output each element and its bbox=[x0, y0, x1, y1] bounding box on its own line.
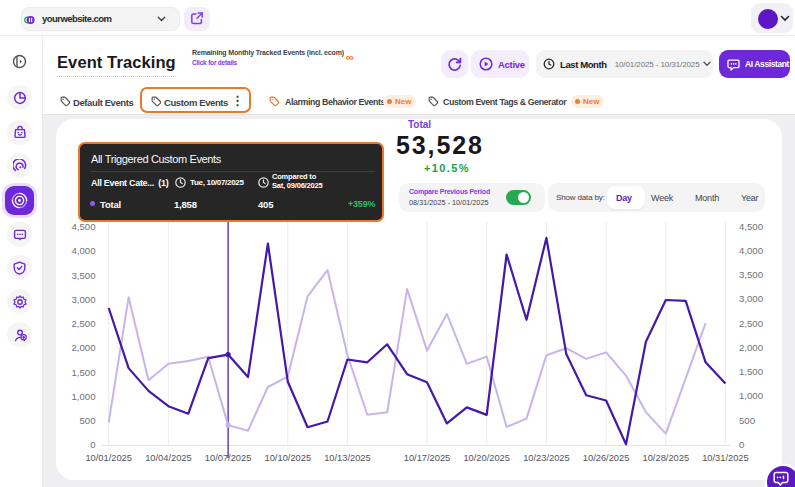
svg-text:10/28/2025: 10/28/2025 bbox=[643, 453, 690, 463]
svg-text:3,500: 3,500 bbox=[71, 270, 95, 281]
svg-text:0: 0 bbox=[90, 439, 95, 450]
svg-text:10/04/2025: 10/04/2025 bbox=[145, 453, 192, 463]
svg-text:4,500: 4,500 bbox=[739, 221, 763, 232]
svg-text:500: 500 bbox=[739, 415, 755, 426]
svg-text:10/13/2025: 10/13/2025 bbox=[324, 453, 371, 463]
svg-text:500: 500 bbox=[79, 415, 95, 426]
svg-text:1,500: 1,500 bbox=[71, 367, 95, 378]
svg-text:10/31/2025: 10/31/2025 bbox=[702, 453, 749, 463]
svg-text:4,000: 4,000 bbox=[71, 245, 95, 256]
svg-text:10/23/2025: 10/23/2025 bbox=[523, 453, 570, 463]
svg-text:4,000: 4,000 bbox=[739, 245, 763, 256]
svg-text:1,000: 1,000 bbox=[71, 391, 95, 402]
svg-text:2,000: 2,000 bbox=[739, 342, 763, 353]
svg-text:1,500: 1,500 bbox=[739, 366, 763, 377]
svg-text:4,500: 4,500 bbox=[71, 221, 95, 232]
svg-text:2,500: 2,500 bbox=[71, 318, 95, 329]
svg-text:10/20/2025: 10/20/2025 bbox=[463, 453, 510, 463]
svg-text:10/26/2025: 10/26/2025 bbox=[583, 453, 630, 463]
svg-text:3,500: 3,500 bbox=[739, 269, 763, 280]
svg-text:10/10/2025: 10/10/2025 bbox=[265, 453, 312, 463]
svg-text:0: 0 bbox=[739, 439, 744, 450]
svg-text:10/01/2025: 10/01/2025 bbox=[85, 453, 132, 463]
svg-text:1,000: 1,000 bbox=[739, 390, 763, 401]
svg-text:3,000: 3,000 bbox=[71, 294, 95, 305]
svg-text:10/17/2025: 10/17/2025 bbox=[404, 453, 451, 463]
svg-text:3,000: 3,000 bbox=[739, 293, 763, 304]
svg-text:2,000: 2,000 bbox=[71, 342, 95, 353]
svg-text:2,500: 2,500 bbox=[739, 318, 763, 329]
